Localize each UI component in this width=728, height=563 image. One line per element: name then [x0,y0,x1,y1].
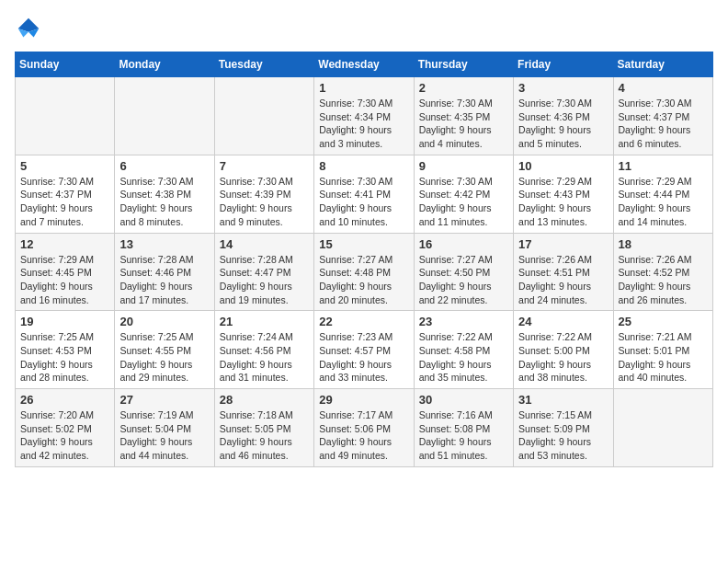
calendar-header: SundayMondayTuesdayWednesdayThursdayFrid… [16,52,713,77]
calendar-cell: 18Sunrise: 7:26 AM Sunset: 4:52 PM Dayli… [613,233,712,311]
day-info: Sunrise: 7:29 AM Sunset: 4:43 PM Dayligh… [518,175,608,229]
calendar-cell: 15Sunrise: 7:27 AM Sunset: 4:48 PM Dayli… [314,233,414,311]
calendar-cell: 23Sunrise: 7:22 AM Sunset: 4:58 PM Dayli… [414,311,513,389]
day-number: 26 [20,393,109,407]
day-info: Sunrise: 7:17 AM Sunset: 5:06 PM Dayligh… [319,408,408,463]
day-number: 22 [319,315,408,328]
day-number: 9 [419,159,508,173]
day-number: 23 [419,315,508,328]
day-info: Sunrise: 7:26 AM Sunset: 4:51 PM Dayligh… [518,253,608,307]
day-number: 24 [518,315,608,328]
day-info: Sunrise: 7:30 AM Sunset: 4:39 PM Dayligh… [220,175,309,229]
day-info: Sunrise: 7:27 AM Sunset: 4:48 PM Dayligh… [319,253,408,307]
day-number: 19 [20,315,109,328]
day-info: Sunrise: 7:29 AM Sunset: 4:45 PM Dayligh… [20,253,109,307]
header-day-thursday: Thursday [414,52,513,77]
day-info: Sunrise: 7:30 AM Sunset: 4:37 PM Dayligh… [619,97,708,151]
day-number: 1 [319,81,408,95]
header-day-wednesday: Wednesday [314,52,414,77]
day-info: Sunrise: 7:23 AM Sunset: 4:57 PM Dayligh… [319,330,408,385]
day-info: Sunrise: 7:21 AM Sunset: 5:01 PM Dayligh… [619,330,708,385]
day-number: 4 [619,81,708,95]
day-number: 3 [518,81,608,95]
day-info: Sunrise: 7:19 AM Sunset: 5:04 PM Dayligh… [119,408,209,463]
day-info: Sunrise: 7:25 AM Sunset: 4:55 PM Dayligh… [119,330,209,385]
calendar-week-1: 1Sunrise: 7:30 AM Sunset: 4:34 PM Daylig… [16,77,713,155]
calendar-cell: 2Sunrise: 7:30 AM Sunset: 4:35 PM Daylig… [414,77,513,155]
day-number: 30 [419,393,508,407]
day-info: Sunrise: 7:30 AM Sunset: 4:37 PM Dayligh… [20,175,109,229]
day-number: 17 [518,237,608,251]
day-info: Sunrise: 7:15 AM Sunset: 5:09 PM Dayligh… [518,408,608,463]
header-row: SundayMondayTuesdayWednesdayThursdayFrid… [16,52,713,77]
calendar-cell [214,77,313,155]
calendar-cell: 10Sunrise: 7:29 AM Sunset: 4:43 PM Dayli… [514,155,613,233]
day-number: 15 [319,237,408,251]
calendar-cell [613,389,712,467]
calendar-cell: 7Sunrise: 7:30 AM Sunset: 4:39 PM Daylig… [214,155,313,233]
day-number: 28 [220,393,309,407]
calendar-cell [115,77,214,155]
day-number: 29 [319,393,408,407]
calendar-cell: 4Sunrise: 7:30 AM Sunset: 4:37 PM Daylig… [613,77,712,155]
calendar-cell: 17Sunrise: 7:26 AM Sunset: 4:51 PM Dayli… [514,233,613,311]
day-number: 6 [119,159,209,173]
day-number: 21 [220,315,309,328]
calendar-cell: 25Sunrise: 7:21 AM Sunset: 5:01 PM Dayli… [613,311,712,389]
calendar-cell: 14Sunrise: 7:28 AM Sunset: 4:47 PM Dayli… [214,233,313,311]
header-day-monday: Monday [115,52,214,77]
header-day-tuesday: Tuesday [214,52,313,77]
day-info: Sunrise: 7:30 AM Sunset: 4:42 PM Dayligh… [419,175,508,229]
day-number: 27 [119,393,209,407]
day-info: Sunrise: 7:18 AM Sunset: 5:05 PM Dayligh… [220,408,309,463]
day-info: Sunrise: 7:16 AM Sunset: 5:08 PM Dayligh… [419,408,508,463]
calendar-week-2: 5Sunrise: 7:30 AM Sunset: 4:37 PM Daylig… [16,155,713,233]
calendar-cell: 26Sunrise: 7:20 AM Sunset: 5:02 PM Dayli… [16,389,115,467]
day-info: Sunrise: 7:30 AM Sunset: 4:38 PM Dayligh… [119,175,209,229]
calendar-cell: 9Sunrise: 7:30 AM Sunset: 4:42 PM Daylig… [414,155,513,233]
calendar-cell [16,77,115,155]
day-info: Sunrise: 7:20 AM Sunset: 5:02 PM Dayligh… [20,408,109,463]
day-number: 16 [419,237,508,251]
day-info: Sunrise: 7:22 AM Sunset: 4:58 PM Dayligh… [419,330,508,385]
page-header [15,15,713,42]
header-day-saturday: Saturday [613,52,712,77]
calendar-week-4: 19Sunrise: 7:25 AM Sunset: 4:53 PM Dayli… [16,311,713,389]
calendar-cell: 21Sunrise: 7:24 AM Sunset: 4:56 PM Dayli… [214,311,313,389]
calendar-cell: 30Sunrise: 7:16 AM Sunset: 5:08 PM Dayli… [414,389,513,467]
day-info: Sunrise: 7:25 AM Sunset: 4:53 PM Dayligh… [20,330,109,385]
day-info: Sunrise: 7:27 AM Sunset: 4:50 PM Dayligh… [419,253,508,307]
calendar-cell: 27Sunrise: 7:19 AM Sunset: 5:04 PM Dayli… [115,389,214,467]
day-number: 20 [119,315,209,328]
day-number: 18 [619,237,708,251]
day-number: 5 [20,159,109,173]
calendar-week-5: 26Sunrise: 7:20 AM Sunset: 5:02 PM Dayli… [16,389,713,467]
calendar-cell: 13Sunrise: 7:28 AM Sunset: 4:46 PM Dayli… [115,233,214,311]
calendar-cell: 20Sunrise: 7:25 AM Sunset: 4:55 PM Dayli… [115,311,214,389]
day-info: Sunrise: 7:30 AM Sunset: 4:41 PM Dayligh… [319,175,408,229]
day-number: 8 [319,159,408,173]
calendar-cell: 12Sunrise: 7:29 AM Sunset: 4:45 PM Dayli… [16,233,115,311]
day-number: 12 [20,237,109,251]
calendar-cell: 22Sunrise: 7:23 AM Sunset: 4:57 PM Dayli… [314,311,414,389]
day-info: Sunrise: 7:30 AM Sunset: 4:34 PM Dayligh… [319,97,408,151]
day-number: 25 [619,315,708,328]
day-info: Sunrise: 7:30 AM Sunset: 4:35 PM Dayligh… [419,97,508,151]
day-info: Sunrise: 7:24 AM Sunset: 4:56 PM Dayligh… [220,330,309,385]
calendar-cell: 5Sunrise: 7:30 AM Sunset: 4:37 PM Daylig… [16,155,115,233]
calendar-cell: 1Sunrise: 7:30 AM Sunset: 4:34 PM Daylig… [314,77,414,155]
day-number: 13 [119,237,209,251]
day-number: 14 [220,237,309,251]
header-day-friday: Friday [514,52,613,77]
calendar-cell: 16Sunrise: 7:27 AM Sunset: 4:50 PM Dayli… [414,233,513,311]
calendar-cell: 8Sunrise: 7:30 AM Sunset: 4:41 PM Daylig… [314,155,414,233]
calendar-cell: 31Sunrise: 7:15 AM Sunset: 5:09 PM Dayli… [514,389,613,467]
day-info: Sunrise: 7:30 AM Sunset: 4:36 PM Dayligh… [518,97,608,151]
logo [15,15,46,42]
day-number: 11 [619,159,708,173]
day-number: 2 [419,81,508,95]
day-number: 31 [518,393,608,407]
calendar-body: 1Sunrise: 7:30 AM Sunset: 4:34 PM Daylig… [16,77,713,467]
day-info: Sunrise: 7:29 AM Sunset: 4:44 PM Dayligh… [619,175,708,229]
calendar-cell: 29Sunrise: 7:17 AM Sunset: 5:06 PM Dayli… [314,389,414,467]
